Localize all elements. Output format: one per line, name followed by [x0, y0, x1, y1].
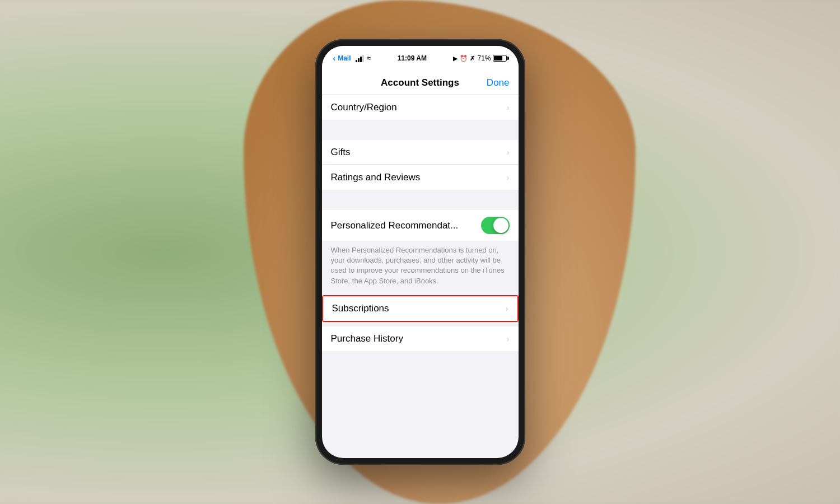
chevron-icon: › — [506, 304, 508, 313]
purchase-history-row[interactable]: Purchase History › — [322, 326, 519, 351]
back-app-label: Mail — [338, 54, 351, 62]
chevron-icon: › — [507, 334, 510, 343]
country-region-row[interactable]: Country/Region › — [322, 95, 519, 120]
section-gap-2 — [322, 190, 519, 210]
section-subscriptions-wrapper: Subscriptions › — [322, 295, 519, 322]
status-time: 11:09 AM — [398, 54, 427, 62]
chevron-icon: › — [507, 103, 510, 112]
subscriptions-label: Subscriptions — [332, 303, 389, 314]
ratings-reviews-row[interactable]: Ratings and Reviews › — [322, 165, 519, 190]
location-icon: ▶ — [453, 55, 458, 62]
section-gap-1 — [322, 120, 519, 140]
subscriptions-row[interactable]: Subscriptions › — [323, 296, 517, 321]
personalized-rec-row: Personalized Recommendat... — [322, 210, 519, 241]
status-right: ▶ ⏰ ✗ 71% — [453, 54, 507, 62]
section-gifts-ratings: Gifts › Ratings and Reviews › — [322, 140, 519, 190]
back-arrow-icon: ‹ — [333, 54, 336, 63]
chevron-icon: › — [507, 173, 510, 182]
subscriptions-highlighted: Subscriptions › — [322, 295, 519, 322]
nav-title: Account Settings — [356, 77, 485, 88]
phone-device: ‹ Mail ≈ 11:09 AM ▶ ⏰ — [315, 39, 525, 465]
ratings-reviews-label: Ratings and Reviews — [331, 172, 421, 183]
gifts-label: Gifts — [331, 147, 351, 158]
battery-icon — [493, 55, 507, 62]
toggle-thumb — [493, 218, 508, 233]
alarm-icon: ⏰ — [460, 55, 468, 62]
status-bar: ‹ Mail ≈ 11:09 AM ▶ ⏰ — [322, 46, 519, 71]
bluetooth-icon: ✗ — [470, 55, 475, 62]
section-personalized: Personalized Recommendat... — [322, 210, 519, 241]
personalized-rec-toggle[interactable] — [481, 217, 510, 234]
personalized-rec-label: Personalized Recommendat... — [331, 220, 481, 231]
battery-level: 71% — [477, 54, 491, 62]
section-gap-3 — [322, 322, 519, 326]
section-country: Country/Region › — [322, 95, 519, 120]
navigation-bar: Account Settings Done — [322, 71, 519, 95]
country-region-label: Country/Region — [331, 102, 397, 113]
settings-content: Country/Region › Gifts › Ratings — [322, 95, 519, 351]
wifi-icon: ≈ — [367, 54, 371, 62]
gifts-row[interactable]: Gifts › — [322, 140, 519, 165]
personalized-rec-description: When Personalized Recommendations is tur… — [322, 241, 519, 295]
done-button[interactable]: Done — [485, 77, 510, 88]
chevron-icon: › — [507, 148, 510, 157]
signal-icon — [356, 55, 364, 62]
section-purchase-history: Purchase History › — [322, 326, 519, 351]
purchase-history-label: Purchase History — [331, 333, 403, 344]
